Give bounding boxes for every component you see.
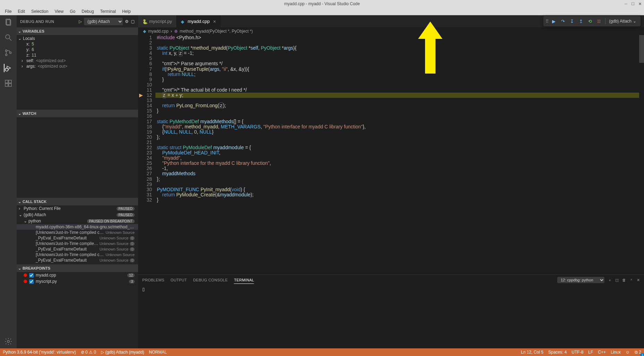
new-terminal-icon[interactable]: ＋ xyxy=(608,278,612,283)
breakpoint-checkbox[interactable] xyxy=(29,279,34,284)
stack-frame[interactable]: [Unknown/Just-In-Time compiled code]Unkn… xyxy=(17,230,138,235)
panel-tab-terminal[interactable]: TERMINAL xyxy=(234,277,254,284)
tab-myscript[interactable]: 🐍 myscript.py xyxy=(138,15,177,27)
svg-point-4 xyxy=(6,50,7,52)
variable-row[interactable]: z: 11 xyxy=(17,52,138,58)
panel-tab-output[interactable]: OUTPUT xyxy=(171,277,187,283)
current-line-glyph-icon: ▶ xyxy=(139,93,143,98)
status-lang[interactable]: C++ xyxy=(598,350,606,355)
svg-point-6 xyxy=(10,52,11,54)
svg-point-2 xyxy=(6,35,10,39)
drag-handle-icon[interactable]: ⠿ xyxy=(545,19,549,24)
extensions-icon[interactable] xyxy=(4,79,12,87)
status-problems[interactable]: ⊘ 0 ⚠ 0 xyxy=(81,350,96,355)
callstack-process[interactable]: ⌄pythonPAUSED ON BREAKPOINT xyxy=(17,218,138,224)
breakpoint-row[interactable]: myscript.py3 xyxy=(17,278,138,285)
gear-icon[interactable]: ⚙ xyxy=(125,19,129,24)
status-encoding[interactable]: UTF-8 xyxy=(571,350,583,355)
kill-terminal-icon[interactable]: 🗑 xyxy=(622,278,626,282)
source-control-icon[interactable] xyxy=(4,49,12,57)
status-feedback-icon[interactable]: ☺ xyxy=(626,350,630,355)
debug-toolbar-config[interactable]: (gdb) Attach⌄ xyxy=(608,19,638,24)
variables-header[interactable]: ⌄VARIABLES xyxy=(17,27,138,35)
stack-frame[interactable]: [Unknown/Just-In-Time compiled code]Unkn… xyxy=(17,252,138,257)
stop-button[interactable]: �⃠ xyxy=(595,17,603,25)
locals-scope[interactable]: ⌄Locals xyxy=(17,36,138,41)
variables-body: ⌄Locals x: 5y: 6z: 11›self: <optimized o… xyxy=(17,35,138,110)
activity-bar: 1 xyxy=(0,15,17,348)
status-indent[interactable]: Spaces: 4 xyxy=(548,350,567,355)
editor-tabs: 🐍 myscript.py ◆ myadd.cpp × ⠿ ▶ ↷ ↧ ↥ ⟲ … xyxy=(138,15,644,27)
menu-help[interactable]: Help xyxy=(119,8,134,15)
breakpoint-row[interactable]: myadd.cpp12 xyxy=(17,272,138,278)
variable-row[interactable]: y: 6 xyxy=(17,47,138,52)
sidebar-title: DEBUG AND RUN xyxy=(20,19,54,24)
tab-myadd[interactable]: ◆ myadd.cpp × xyxy=(177,15,221,27)
continue-button[interactable]: ▶ xyxy=(550,17,558,25)
python-file-icon: 🐍 xyxy=(142,19,147,24)
split-terminal-icon[interactable]: ◫ xyxy=(615,278,619,282)
variable-row[interactable]: ›args: <optimized out> xyxy=(17,63,138,69)
debug-icon[interactable] xyxy=(4,64,12,72)
stack-frame[interactable]: _PyEval_EvalFrameDefaultUnknown Source0 xyxy=(17,246,138,252)
settings-gear-icon[interactable]: 1 xyxy=(4,337,12,346)
cpp-file-icon: ◆ xyxy=(143,29,146,34)
callstack-body: ›Python: Current FilePAUSED ⌄(gdb) Attac… xyxy=(17,205,138,264)
restart-button[interactable]: ⟲ xyxy=(586,17,594,25)
breakpoints-header[interactable]: ⌄BREAKPOINTS xyxy=(17,264,138,272)
svg-rect-10 xyxy=(9,80,11,83)
debug-config-select[interactable]: (gdb) Attach xyxy=(84,18,123,25)
stack-frame[interactable]: _PyEval_EvalFrameDefaultUnknown Source0 xyxy=(17,235,138,241)
stack-frame[interactable]: [Unknown/Just-In-Time compiled code]Unkn… xyxy=(17,241,138,246)
panel-tab-problems[interactable]: PROBLEMS xyxy=(142,277,164,283)
menu-selection[interactable]: Selection xyxy=(28,8,51,15)
menu-view[interactable]: View xyxy=(52,8,66,15)
panel-tab-debugconsole[interactable]: DEBUG CONSOLE xyxy=(193,277,228,283)
stack-frame[interactable]: myadd.cpython-36m-x86_64-linux-gnu.so!me… xyxy=(17,224,138,230)
start-debug-icon[interactable]: ▷ xyxy=(79,19,82,24)
terminal-body[interactable]: ▯ xyxy=(138,285,644,348)
step-out-button[interactable]: ↥ xyxy=(577,17,585,25)
search-icon[interactable] xyxy=(4,33,12,42)
svg-line-3 xyxy=(9,39,11,41)
status-python[interactable]: Python 3.6.9 64-bit ('myadd': virtualenv… xyxy=(3,350,76,355)
status-cursor[interactable]: Ln 12, Col 5 xyxy=(521,350,543,355)
debug-toolbar[interactable]: ⠿ ▶ ↷ ↧ ↥ ⟲ �⃠ (gdb) Attach⌄ xyxy=(543,16,641,26)
minimize-icon[interactable]: ─ xyxy=(624,2,628,6)
vertical-scrollbar[interactable] xyxy=(639,35,644,274)
step-into-button[interactable]: ↧ xyxy=(568,17,576,25)
breadcrumb[interactable]: ◆ myadd.cpp › ⊕ method_myadd(PyObject *,… xyxy=(138,27,644,35)
breakpoint-dot-icon xyxy=(24,273,27,277)
svg-point-13 xyxy=(7,340,9,342)
window-title: myadd.cpp - myadd - Visual Studio Code xyxy=(284,1,360,6)
minimap[interactable] xyxy=(608,35,639,77)
maximize-panel-icon[interactable]: ＾ xyxy=(629,278,633,283)
status-eol[interactable]: LF xyxy=(588,350,593,355)
status-debug[interactable]: ▷ (gdb) Attach (myadd) xyxy=(101,350,144,355)
variable-row[interactable]: x: 5 xyxy=(17,41,138,47)
menu-go[interactable]: Go xyxy=(67,8,78,15)
maximize-icon[interactable]: ☐ xyxy=(631,2,635,6)
menu-edit[interactable]: Edit xyxy=(15,8,28,15)
terminal-select[interactable]: 12: cppdbg: python xyxy=(557,277,604,283)
explorer-icon[interactable] xyxy=(4,18,12,26)
tab-close-icon[interactable]: × xyxy=(213,19,216,24)
breakpoint-dot-icon xyxy=(24,280,27,283)
variable-row[interactable]: ›self: <optimized out> xyxy=(17,58,138,63)
callstack-header[interactable]: ⌄CALL STACK xyxy=(17,198,138,205)
debug-console-icon[interactable]: ▢ xyxy=(131,19,135,24)
status-bar: Python 3.6.9 64-bit ('myadd': virtualenv… xyxy=(0,348,644,356)
callstack-session[interactable]: ⌄(gdb) AttachPAUSED xyxy=(17,212,138,218)
menu-debug[interactable]: Debug xyxy=(79,8,96,15)
step-over-button[interactable]: ↷ xyxy=(559,17,567,25)
breakpoint-checkbox[interactable] xyxy=(29,273,34,278)
menu-file[interactable]: File xyxy=(2,8,14,15)
menu-terminal[interactable]: Terminal xyxy=(98,8,119,15)
stack-frame[interactable]: _PyEval_EvalFrameDefaultUnknown Source0 xyxy=(17,257,138,263)
watch-header[interactable]: ⌄WATCH xyxy=(17,110,138,117)
close-icon[interactable]: ✕ xyxy=(638,2,642,6)
code-editor[interactable]: 1234567891011▶12131415161718192021222324… xyxy=(138,35,644,274)
callstack-session[interactable]: ›Python: Current FilePAUSED xyxy=(17,205,138,212)
status-os[interactable]: Linux xyxy=(611,350,621,355)
close-panel-icon[interactable]: ✕ xyxy=(637,278,640,282)
